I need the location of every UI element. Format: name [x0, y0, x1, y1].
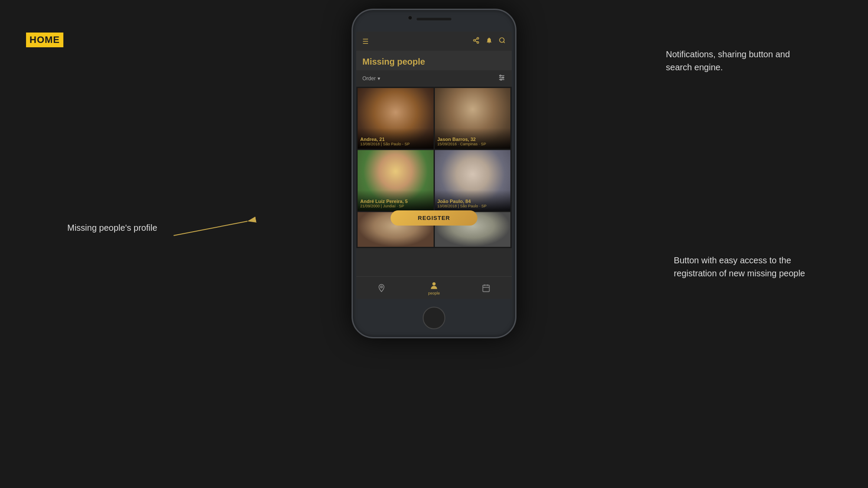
person-card-jason[interactable]: Jason Barros, 32 15/09/2016 · Campinas ·…: [435, 88, 511, 149]
person-card-joao[interactable]: João Paulo, 84 13/08/2018 | São Paulo · …: [435, 150, 511, 211]
svg-point-16: [500, 75, 501, 76]
menu-icon[interactable]: ☰: [362, 37, 368, 46]
person-info: Andrea, 21 13/08/2018 | São Paulo - SP: [358, 128, 434, 149]
person-details: 13/08/2018 | São Paulo - SP: [360, 142, 431, 146]
header-icons: [473, 37, 506, 46]
nav-label-people: people: [428, 291, 440, 295]
svg-point-11: [500, 38, 504, 43]
svg-line-10: [475, 39, 477, 40]
bell-icon[interactable]: [486, 37, 493, 46]
phone-speaker: [417, 18, 451, 20]
filter-bar: Order ▾: [356, 70, 512, 87]
dropdown-chevron: ▾: [378, 75, 380, 82]
person-name: João Paulo, 84: [437, 199, 508, 204]
phone-body: ☰: [352, 9, 516, 338]
annotation-top-right: Notifications, sharing button and search…: [666, 48, 790, 74]
phone-camera: [408, 16, 412, 20]
svg-line-12: [503, 42, 505, 43]
home-label: HOME: [26, 33, 63, 47]
filter-adjust-icon[interactable]: [498, 74, 506, 83]
svg-point-18: [500, 79, 502, 80]
page-title: Missing people: [362, 57, 506, 67]
phone-home-button[interactable]: [423, 307, 445, 329]
search-icon[interactable]: [499, 37, 506, 46]
app-header: ☰: [356, 32, 512, 51]
share-icon[interactable]: [473, 37, 480, 46]
svg-point-7: [473, 39, 475, 41]
svg-point-17: [503, 77, 504, 79]
scrollable-area: Andrea, 21 13/08/2018 | São Paulo - SP J…: [356, 87, 512, 248]
page-title-section: Missing people: [356, 51, 512, 70]
person-details: 15/09/2016 · Campinas · SP: [437, 142, 508, 146]
svg-point-20: [432, 282, 435, 285]
nav-item-people[interactable]: people: [428, 281, 440, 295]
nav-item-location[interactable]: [377, 284, 386, 292]
annotation-bottom-right: Button with easy access to the registrat…: [674, 254, 805, 280]
person-name: André Luiz Pereira, 5: [360, 199, 431, 204]
person-card-andrea[interactable]: Andrea, 21 13/08/2018 | São Paulo - SP: [358, 88, 434, 149]
person-name: Andrea, 21: [360, 137, 431, 142]
person-info: Jason Barros, 32 15/09/2016 · Campinas ·…: [435, 128, 511, 149]
person-name: Jason Barros, 32: [437, 137, 508, 142]
nav-item-calendar[interactable]: [482, 284, 490, 292]
screen-content: ☰: [356, 32, 512, 276]
person-card-andre[interactable]: André Luiz Pereira, 5 21/09/2000 | Jundi…: [358, 150, 434, 211]
phone-screen: ☰: [356, 32, 512, 299]
bottom-nav: people: [356, 276, 512, 299]
svg-point-6: [477, 37, 479, 39]
annotation-left: Missing people's profile: [67, 221, 157, 234]
svg-point-19: [381, 286, 382, 288]
svg-line-9: [475, 41, 477, 42]
phone-mockup: ☰: [352, 9, 516, 338]
register-button[interactable]: REGISTER: [391, 210, 477, 226]
svg-point-8: [477, 42, 479, 43]
order-label: Order: [362, 75, 376, 82]
order-dropdown[interactable]: Order ▾: [362, 75, 380, 82]
register-button-overlay: REGISTER: [356, 207, 512, 229]
svg-rect-21: [483, 285, 490, 291]
svg-line-3: [174, 221, 247, 236]
